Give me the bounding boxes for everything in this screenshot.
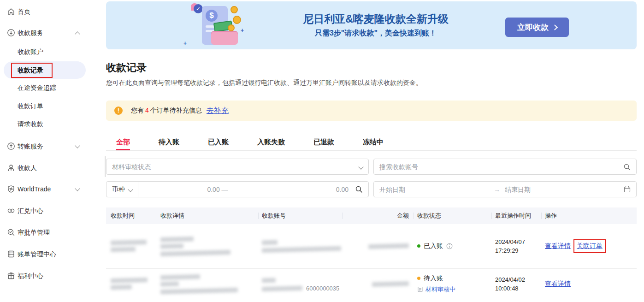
sidebar-subitem-label: 在途资金追踪 [18,83,56,92]
calendar-icon[interactable] [624,186,631,193]
sidebar-item-label: 收款人 [18,164,37,172]
view-details-link[interactable]: 查看详情 [545,242,571,249]
chevron-down-icon[interactable] [359,165,363,169]
tab-refunded[interactable]: 已退款 [313,135,334,150]
cell-last-operation-time: 2024/04/02 10:00:48 [491,275,541,293]
cameroon-flag-icon [185,28,197,36]
sidebar-item-exchange-center[interactable]: 汇兑中心 [0,202,106,219]
sidebar-item-payees[interactable]: 收款人 [0,160,106,176]
cell-receive-account-redacted: 6000000035 [258,276,342,292]
date-range-picker[interactable]: → [373,181,637,197]
rewards-icon [7,272,15,280]
currency-select[interactable]: 币种 [106,182,138,197]
cell-amount-redacted [342,242,414,251]
sub-status-label: 材料审核中 [425,285,455,294]
home-icon [7,7,15,16]
sidebar-subitem-receive-orders[interactable]: 收款订单 [0,98,106,114]
tab-all[interactable]: 全部 [116,135,130,150]
sidebar-item-home[interactable]: 首页 [0,3,106,20]
view-details-link[interactable]: 查看详情 [545,280,571,287]
currency-label: 币种 [112,185,125,194]
sidebar-subitem-request-payment[interactable]: 请求收款 [0,116,106,132]
alert-count: 4 [145,107,149,114]
status-label: 待入账 [424,274,443,283]
sidebar-item-worldtrade[interactable]: WorldTrade [0,181,106,197]
billing-icon [7,250,15,258]
account-search-box[interactable] [373,159,637,175]
banner-illustration: ✓ $ + + [185,3,244,47]
transfer-services-icon [7,142,15,150]
payee-icon [7,164,15,172]
alert-text: 您有4个订单待补充信息 [131,107,202,115]
start-date-input[interactable] [374,186,494,193]
status-tabs: 全部 待入账 已入账 入账失败 已退款 冻结中 [106,135,637,151]
link-order-link[interactable]: 关联订单 [577,242,603,249]
col-receive-time: 收款时间 [106,212,157,220]
sidebar-item-receive-services[interactable]: 收款服务 [0,24,106,41]
banner-text: 尼日利亚&喀麦隆收款全新升级 只需3步"请求收款"，美金快速到账！ [277,12,475,39]
table-row: 6000000035 待入账 材料审核中 2024/04/02 10:00:48… [106,269,637,299]
cell-status: 待入账 材料审核中 [414,274,491,294]
cell-receive-details-redacted [157,272,258,296]
cell-actions: 查看详情 [541,280,637,288]
approval-icon [7,228,15,237]
chevron-down-icon[interactable] [75,143,80,148]
sidebar-item-label: WorldTrade [18,185,51,193]
page-title: 收款记录 [106,61,147,75]
end-date-input[interactable] [500,186,618,193]
sidebar-item-approval-management[interactable]: 审批单管理 [0,224,106,241]
account-search-input[interactable] [374,163,618,171]
sidebar-item-label: 汇兑中心 [18,207,43,215]
op-time: 10:00:48 [495,284,541,293]
col-receive-account: 收款账号 [258,212,342,220]
sidebar-subitem-label: 收款记录 [18,66,43,74]
promo-banner[interactable]: ✓ $ + + 尼日利亚&喀麦隆收款全新升级 只需3步"请求收款"，美金快速到账… [106,1,637,49]
status-dot-green [417,244,420,248]
sidebar-item-label: 首页 [18,7,30,16]
cell-actions: 查看详情关联订单 [541,239,637,253]
sidebar-subitem-in-transit-tracking[interactable]: 在途资金追踪 [0,79,106,96]
info-icon[interactable] [446,243,453,249]
coin-icon [233,16,241,24]
sidebar-subitem-label: 收款订单 [18,102,43,110]
material-status-input[interactable] [106,163,354,171]
receive-now-button[interactable]: 立即收款 [505,18,569,37]
material-status-select[interactable] [106,159,369,175]
wallet-icon [211,32,238,45]
sidebar-item-label: 审批单管理 [18,228,50,237]
chevron-up-icon[interactable] [75,31,80,36]
tab-pending[interactable]: 待入账 [159,135,179,150]
sidebar-item-rewards-center[interactable]: 福利中心 [0,267,106,284]
op-time: 17:29:29 [495,246,541,255]
sidebar-item-label: 福利中心 [18,272,43,280]
table-row: 已入账 2024/04/07 17:29:29 查看详情关联订单 [106,224,637,269]
cell-last-operation-time: 2024/04/07 17:29:29 [491,237,541,255]
sidebar-subitem-receive-records-active[interactable]: 收款记录 [4,61,86,79]
search-icon[interactable] [623,163,631,171]
col-receive-details: 收款详情 [157,212,258,220]
sidebar-subitem-receive-accounts[interactable]: 收款账户 [0,43,106,60]
op-date: 2024/04/02 [495,275,541,284]
annotation-box-receive-records: 收款记录 [11,63,53,78]
nigeria-flag-icon [185,18,197,26]
sidebar-item-transfer-services[interactable]: 转账服务 [0,138,106,154]
amount-filter-box[interactable]: 币种 [106,181,369,197]
tab-received[interactable]: 已入账 [208,135,229,150]
amount-max-input[interactable] [297,185,349,194]
chevron-down-icon[interactable] [75,186,80,191]
page-description: 您可在此页面查询与管理每笔收款记录，包括通过银行电汇收款、通过万里汇账户间转账以… [106,79,422,87]
search-icon[interactable] [355,185,363,193]
cell-status: 已入账 [414,242,491,250]
amount-min-input[interactable] [138,185,297,194]
tab-failed[interactable]: 入账失败 [257,135,285,150]
sidebar-item-billing-center[interactable]: 账单管理中心 [0,246,106,262]
doc-icon [417,286,423,292]
cta-chevron-icon [552,24,558,30]
check-bubble-icon: ✓ [194,4,203,13]
worldtrade-icon [7,185,15,193]
alert-icon: ! [114,107,123,115]
go-supplement-link[interactable]: 去补充 [207,106,229,116]
coin-icon [230,6,238,13]
tab-frozen[interactable]: 冻结中 [363,135,384,150]
banner-subtitle: 只需3步"请求收款"，美金快速到账！ [277,27,475,39]
